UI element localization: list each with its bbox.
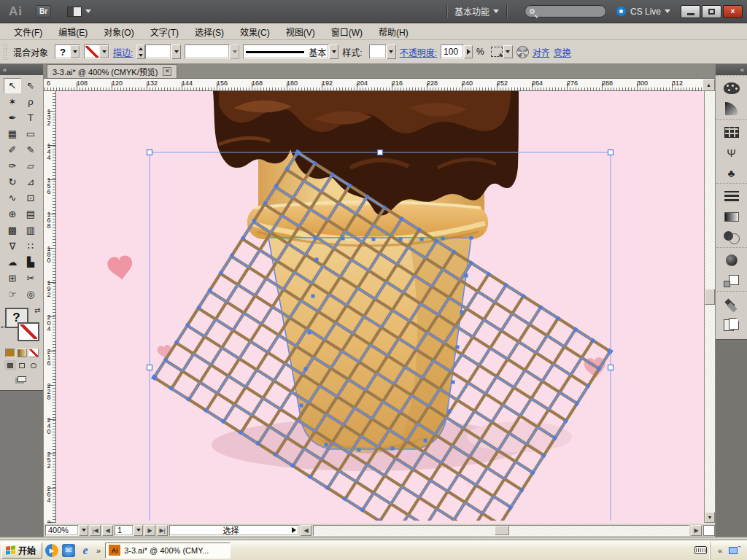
selection-handle[interactable] [608,150,614,155]
selection-handle[interactable] [608,365,614,370]
tool-button[interactable]: ✒ [4,110,21,125]
stroke-panel-link[interactable]: 描边: [113,46,133,58]
tool-button[interactable]: ▦ [4,126,21,141]
width-profile-dropdown[interactable] [230,44,239,59]
tool-button[interactable]: ↖ [4,78,21,93]
tool-button[interactable]: ✶ [4,94,21,109]
tool-button[interactable]: ⊞ [4,271,21,286]
tool-button[interactable]: ✂ [22,271,39,286]
draw-behind-button[interactable] [16,360,28,370]
selection-handle[interactable] [378,150,383,155]
taskbar-task-button[interactable]: Ai 3-3.ai* @ 400% (CMY... [105,542,231,559]
minimize-button[interactable] [681,5,700,18]
tool-button[interactable]: ▭ [22,126,39,141]
stroke-weight-stepper[interactable] [136,44,145,59]
width-profile-input[interactable] [185,44,230,59]
menu-item[interactable]: 窗口(W) [323,23,371,40]
brushes-panel-icon[interactable]: Ψ [721,142,743,163]
horizontal-ruler[interactable]: 6108120132144156168180192204216228240252… [44,79,703,91]
horizontal-scrollbar-thumb[interactable] [495,526,509,535]
tool-button[interactable]: ▥ [22,222,39,238]
stroke-color-picker[interactable] [84,44,109,59]
stroke-weight-input[interactable] [145,44,171,59]
quick-launch-icon[interactable]: ✉ [62,544,75,557]
select-similar-dropdown[interactable] [503,45,513,58]
menu-item[interactable]: 帮助(H) [371,23,417,40]
brush-definition-dropdown[interactable] [329,44,338,59]
color-button[interactable] [5,349,15,357]
graphic-styles-panel-icon[interactable] [721,271,743,291]
workspace-switcher[interactable]: 基本功能 [454,5,499,18]
menu-item[interactable]: 效果(C) [232,23,278,40]
first-artboard-button[interactable]: |◀ [90,525,101,536]
brush-definition-input[interactable]: 基本 [243,44,329,59]
opacity-input[interactable]: 100 [441,44,464,59]
menu-item[interactable]: 选择(S) [187,23,232,40]
fill-color-picker[interactable]: ? [55,44,80,59]
network-icon[interactable] [729,546,740,555]
tab-close-icon[interactable]: ✕ [163,67,171,76]
close-button[interactable]: × [723,5,743,18]
tool-button[interactable]: ▩ [4,222,21,238]
draw-normal-button[interactable] [4,360,16,370]
tool-button[interactable]: ρ [22,94,39,109]
tool-button[interactable]: ⊿ [22,174,39,190]
bridge-button[interactable]: Br [36,5,51,18]
document-tab[interactable]: 3-3.ai* @ 400% (CMYK/预览) ✕ [47,64,177,78]
tools-collapse-button[interactable]: « [0,64,43,75]
artboard-number-input[interactable]: 1 [115,525,133,536]
stroke-weight-dropdown[interactable] [171,44,181,59]
symbols-panel-icon[interactable]: ♣ [721,163,743,183]
stroke-proxy-none[interactable] [18,322,39,341]
tool-button[interactable]: ⊕ [4,206,21,222]
quick-launch-overflow[interactable]: » [96,546,101,555]
tool-button[interactable]: ✑ [4,158,21,174]
scroll-down-button[interactable]: ▼ [705,512,715,523]
tool-button[interactable]: ☁ [4,254,21,270]
last-artboard-button[interactable]: ▶| [157,525,168,536]
quick-launch-icon[interactable]: e [79,544,92,557]
recolor-artwork-button[interactable] [516,46,529,58]
tool-button[interactable]: ✐ [4,142,21,158]
stroke-panel-icon[interactable] [721,186,743,206]
input-method-icon[interactable] [694,546,707,554]
tool-button[interactable]: ☞ [4,287,21,302]
select-similar-objects-button[interactable] [491,47,503,57]
menu-item[interactable]: 对象(O) [96,23,142,40]
tool-button[interactable]: ▤ [22,206,39,222]
zoom-level-input[interactable]: 400% [45,525,79,536]
menu-item[interactable]: 文字(T) [142,23,187,40]
tool-button[interactable]: ⇖ [22,78,39,93]
align-panel-link[interactable]: 对齐 [533,46,550,58]
restore-button[interactable] [702,5,721,18]
previous-artboard-button[interactable]: ◀ [102,525,113,536]
tool-button[interactable]: ◎ [22,287,39,302]
arrange-documents-button[interactable] [67,7,91,17]
color-guide-panel-icon[interactable] [721,98,743,119]
tool-button[interactable]: ∿ [4,190,21,206]
panel-drag-handle[interactable] [3,43,7,61]
style-dropdown[interactable] [387,44,396,59]
start-button[interactable]: 开始 [1,542,42,559]
tool-button[interactable]: ⊡ [22,190,39,206]
swap-fill-stroke-button[interactable]: ⇄ [34,306,40,314]
draw-inside-button[interactable] [28,360,39,370]
none-button[interactable] [28,349,39,357]
zoom-dropdown[interactable] [79,525,88,536]
tool-button[interactable]: T [22,110,39,125]
color-panel-icon[interactable] [721,78,743,98]
transform-panel-link[interactable]: 变换 [554,46,571,58]
swatches-panel-icon[interactable] [721,122,743,142]
vertical-ruler[interactable]: 132144156168180192204216228240252264276 [44,91,56,523]
artboards-panel-icon[interactable] [721,314,743,335]
tray-chevron[interactable]: « [718,546,722,555]
scroll-up-button[interactable]: ▲ [703,79,715,91]
selection-handle[interactable] [147,365,152,370]
next-artboard-button[interactable]: ▶ [144,525,155,536]
tool-button[interactable]: ▙ [22,254,39,270]
menu-item[interactable]: 视图(V) [278,23,323,40]
cs-live-menu[interactable]: CS Live [616,7,670,17]
scroll-left-button[interactable]: ◀ [301,525,311,536]
tool-button[interactable]: ✎ [22,142,39,158]
canvas[interactable] [56,91,704,523]
